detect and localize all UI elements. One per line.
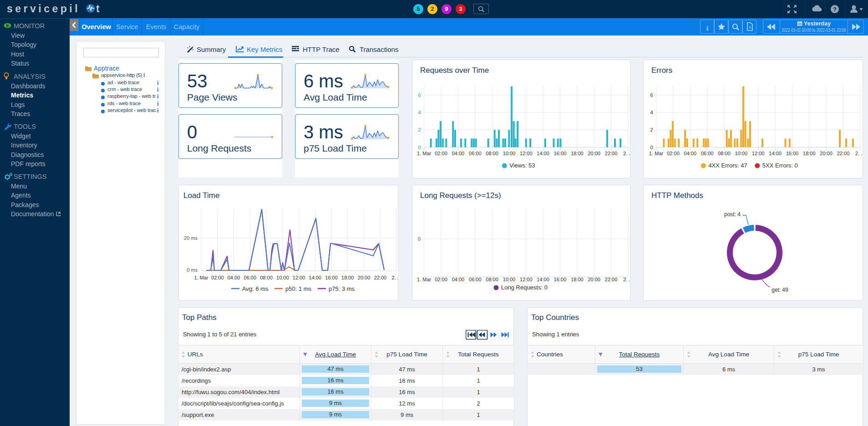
svg-text:10:00: 10:00	[735, 151, 748, 156]
svg-text:6: 6	[418, 92, 421, 98]
svg-text:4: 4	[650, 110, 653, 115]
svg-text:2: 2	[418, 127, 421, 132]
svg-text:02:00: 02:00	[667, 151, 680, 156]
svg-text:t: t	[96, 3, 100, 15]
svg-text:20 ms: 20 ms	[184, 235, 198, 241]
svg-text:06:00: 06:00	[701, 151, 714, 156]
svg-text:14:00: 14:00	[537, 277, 549, 282]
svg-text:servicepil: servicepil	[7, 3, 80, 15]
svg-text:10:00: 10:00	[503, 151, 516, 156]
svg-text:?: ?	[833, 6, 837, 13]
svg-text:Views: 53: Views: 53	[509, 162, 535, 169]
svg-text:0: 0	[650, 145, 653, 150]
svg-text:04:00: 04:00	[684, 151, 697, 156]
svg-text:08:00: 08:00	[486, 151, 498, 156]
svg-text:1. Mar: 1. Mar	[417, 277, 431, 282]
svg-text:1. Mar: 1. Mar	[649, 151, 664, 156]
svg-text:2. ...: 2. ...	[391, 275, 398, 280]
svg-text:22:00: 22:00	[605, 277, 618, 282]
svg-text:22:00: 22:00	[374, 275, 387, 280]
svg-text:22:00: 22:00	[837, 151, 850, 156]
svg-text:p75: 3 ms: p75: 3 ms	[329, 285, 355, 292]
svg-text:12:00: 12:00	[293, 275, 305, 280]
svg-text:0: 0	[418, 145, 421, 150]
svg-text:1. Mar: 1. Mar	[194, 275, 208, 280]
svg-text:16:00: 16:00	[554, 277, 567, 282]
svg-text:04:00: 04:00	[228, 275, 240, 280]
svg-text:0: 0	[418, 236, 421, 242]
svg-text:02:00: 02:00	[435, 151, 447, 156]
svg-text:20:00: 20:00	[358, 275, 371, 280]
svg-text:08:00: 08:00	[486, 277, 498, 282]
svg-text:1. Mar: 1. Mar	[417, 151, 431, 156]
svg-text:16:00: 16:00	[325, 275, 338, 280]
svg-text:06:00: 06:00	[244, 275, 257, 280]
svg-text:2. ...: 2. ...	[623, 277, 630, 282]
svg-text:20:00: 20:00	[588, 277, 600, 282]
svg-text:Avg: 6 ms: Avg: 6 ms	[242, 285, 269, 292]
svg-text:20:00: 20:00	[588, 151, 600, 156]
svg-text:14:00: 14:00	[309, 275, 322, 280]
svg-text:A: A	[748, 25, 751, 30]
svg-text:16:00: 16:00	[786, 151, 799, 156]
svg-text:12:00: 12:00	[520, 277, 533, 282]
svg-text:14:00: 14:00	[537, 151, 549, 156]
svg-text:02:00: 02:00	[211, 275, 224, 280]
svg-text:post: 4: post: 4	[724, 211, 741, 218]
svg-text:get: 49: get: 49	[772, 287, 788, 293]
svg-text:14:00: 14:00	[769, 151, 782, 156]
svg-text:16:00: 16:00	[554, 151, 567, 156]
svg-text:20:00: 20:00	[820, 151, 832, 156]
svg-text:4XX Errors: 47: 4XX Errors: 47	[708, 162, 747, 169]
svg-text:0 ms: 0 ms	[187, 267, 198, 273]
svg-text:5XX Errors: 0: 5XX Errors: 0	[762, 162, 798, 169]
svg-text:02:00: 02:00	[435, 277, 447, 282]
svg-text:04:00: 04:00	[452, 277, 465, 282]
svg-text:18:00: 18:00	[571, 151, 584, 156]
svg-text:6: 6	[650, 92, 653, 98]
svg-text:08:00: 08:00	[260, 275, 273, 280]
svg-text:10:00: 10:00	[503, 277, 516, 282]
svg-text:2. ...: 2. ...	[623, 151, 630, 156]
svg-text:06:00: 06:00	[469, 277, 482, 282]
svg-text:18:00: 18:00	[803, 151, 816, 156]
svg-text:12:00: 12:00	[752, 151, 765, 156]
svg-text:18:00: 18:00	[341, 275, 354, 280]
svg-text:Long Requests: 0: Long Requests: 0	[501, 284, 548, 291]
svg-text:i: i	[706, 25, 708, 32]
svg-text:06:00: 06:00	[469, 151, 482, 156]
svg-text:08:00: 08:00	[718, 151, 731, 156]
svg-text:12:00: 12:00	[520, 151, 533, 156]
svg-text:10:00: 10:00	[276, 275, 289, 280]
svg-text:2. ...: 2. ...	[855, 151, 863, 156]
svg-text:4: 4	[418, 110, 421, 115]
svg-text:22:00: 22:00	[605, 151, 618, 156]
svg-text:2: 2	[650, 127, 653, 132]
svg-text:04:00: 04:00	[452, 151, 465, 156]
svg-text:p50: 1 ms: p50: 1 ms	[285, 285, 312, 292]
svg-text:18:00: 18:00	[571, 277, 584, 282]
